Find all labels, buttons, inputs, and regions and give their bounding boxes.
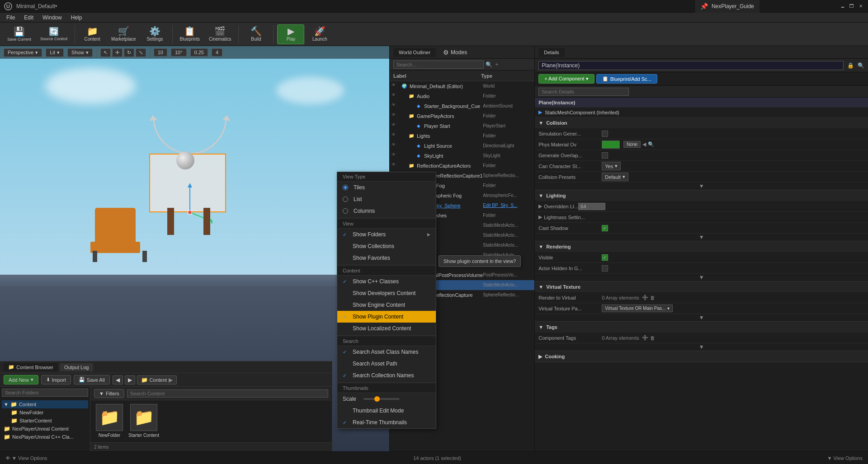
scale-slider-track[interactable] [363, 398, 400, 400]
ctx-thumbnail-edit-mode[interactable]: Thumbnail Edit Mode [337, 405, 436, 417]
speed-btn[interactable]: 4 [212, 48, 222, 56]
grid-snap-btn[interactable]: 10 [154, 48, 167, 56]
ctx-show-plugin[interactable]: ✓ Show Plugin Content [337, 311, 436, 323]
perspective-dropdown[interactable]: Perspective ▾ [4, 48, 42, 57]
ctx-show-folders[interactable]: ✓ Show Folders ▶ [337, 229, 436, 240]
sim-gen-checkbox[interactable] [602, 131, 608, 137]
ctx-realtime-thumbs[interactable]: ✓ Real-Time Thumbnails [337, 417, 436, 428]
scale-snap-btn[interactable]: 0.25 [190, 48, 208, 56]
marketplace-button[interactable]: 🛒 Marketplace [108, 24, 139, 44]
modes-tab[interactable]: ⚙ Modes [439, 46, 471, 59]
static-mesh-component-item[interactable]: ▶ StaticMeshComponent (Inherited) [535, 108, 868, 117]
collision-expand-arrow[interactable]: ▼ [535, 183, 868, 190]
tags-delete-icon[interactable]: 🗑 [650, 335, 655, 341]
ctx-search-class-names[interactable]: ✓ Search Asset Class Names [337, 346, 436, 358]
eye-icon[interactable]: 👁 [392, 152, 399, 159]
folder-content[interactable]: ▼ 📁 Content [2, 400, 88, 408]
cooking-section-header[interactable]: ▶ Cooking [535, 351, 868, 362]
rendering-expand-arrow[interactable]: ▼ [535, 274, 868, 281]
search-folders-input[interactable] [2, 389, 88, 397]
source-control-button[interactable]: 🔄 Source Control [37, 24, 71, 44]
outliner-row[interactable]: 👁◆SkyLightSkyLight [390, 151, 534, 161]
search-content-input[interactable] [127, 389, 328, 398]
phys-mat-arrow-left[interactable]: ◀ [642, 141, 646, 147]
scale-tool[interactable]: ⤡ [136, 48, 146, 57]
details-tab[interactable]: Details [538, 48, 565, 57]
lit-dropdown[interactable]: Lit ▾ [46, 48, 64, 57]
rotate-tool[interactable]: ↻ [124, 48, 134, 57]
ctx-columns[interactable]: Columns [337, 205, 436, 217]
vt-delete-icon[interactable]: 🗑 [650, 295, 655, 300]
ctx-show-favorites[interactable]: Show Favorites [337, 252, 436, 264]
ctx-show-cpp[interactable]: ✓ Show C++ Classes [337, 276, 436, 287]
rendering-section-header[interactable]: ▼ Rendering [535, 241, 868, 252]
content-view-options-right[interactable]: ▼ View Options [827, 455, 863, 461]
add-component-button[interactable]: + Add Component ▾ [538, 74, 594, 84]
blueprints-button[interactable]: 📋 Blueprints [176, 24, 203, 44]
outliner-row[interactable]: 👁◆Starter_Background_CueAmbientSound [390, 101, 534, 111]
move-tool[interactable]: ✛ [112, 48, 123, 57]
menu-window[interactable]: Window [38, 14, 66, 22]
ctx-show-engine[interactable]: Show Engine Content [337, 299, 436, 311]
eye-icon[interactable]: 👁 [392, 142, 399, 150]
ctx-list[interactable]: List [337, 193, 436, 205]
file-starter-content[interactable]: 📁 Starter Content [128, 404, 159, 438]
angle-snap-btn[interactable]: 10° [171, 48, 187, 56]
content-browser-tab[interactable]: 📁 Content Browser [4, 363, 58, 371]
tags-section-header[interactable]: ▼ Tags [535, 322, 868, 333]
filters-button[interactable]: ▼ Filters [94, 389, 124, 398]
show-dropdown[interactable]: Show ▾ [67, 48, 93, 57]
folder-nexplayer-cpp[interactable]: 📁 NexPlayerUnreal C++ Cla... [2, 433, 88, 441]
import-button[interactable]: ⬇ Import [41, 375, 71, 384]
eye-icon[interactable]: 👁 [392, 112, 399, 120]
blueprint-add-button[interactable]: 📋 Blueprint/Add Sc... [596, 74, 657, 84]
outliner-row[interactable]: 👁📁AudioFolder [390, 91, 534, 101]
lightmass-expand[interactable]: ▶ Lightmass Settin... [538, 214, 585, 220]
phys-mat-search-icon[interactable]: 🔍 [648, 141, 654, 147]
gen-overlap-checkbox[interactable] [602, 152, 608, 159]
settings-button[interactable]: ⚙️ Settings [142, 24, 169, 44]
collision-section-header[interactable]: ▼ Collision [535, 117, 868, 128]
eye-icon[interactable]: 👁 [392, 83, 399, 90]
eye-icon[interactable]: 👁 [392, 122, 399, 130]
lighting-expand-arrow[interactable]: ▼ [535, 234, 868, 241]
details-name-input[interactable] [538, 61, 844, 70]
vt-add-icon[interactable]: ➕ [642, 295, 648, 300]
maximize-button[interactable]: 🗖 [848, 3, 855, 10]
ctx-tiles[interactable]: Tiles [337, 182, 436, 193]
save-all-button[interactable]: 💾 Save All [74, 375, 110, 384]
folder-starter-content[interactable]: 📁 StarterContent [9, 417, 88, 425]
viewport-view-options-left[interactable]: 👁 ▼ View Options [5, 455, 47, 461]
play-button[interactable]: ▶ Play [277, 24, 304, 44]
overridden-lm-expand[interactable]: ▶ Overridden LI... [538, 203, 578, 209]
collision-presets-dropdown[interactable]: Default ▾ [602, 173, 628, 181]
outliner-row[interactable]: 👁📁ReflectionCaptureActorsFolder [390, 161, 534, 171]
menu-file[interactable]: File [2, 14, 19, 22]
virtual-texture-section-header[interactable]: ▼ Virtual Texture [535, 281, 868, 292]
menu-edit[interactable]: Edit [19, 14, 38, 22]
folder-nexplayer-content[interactable]: 📁 NexPlayerUnreal Content [2, 425, 88, 433]
close-button[interactable]: ✕ [857, 3, 864, 10]
menu-help[interactable]: Help [66, 14, 87, 22]
folder-new-folder[interactable]: 📁 NewFolder [9, 408, 88, 417]
overridden-lm-value[interactable] [578, 203, 605, 210]
details-lock-icon[interactable]: 🔒 [847, 62, 854, 69]
output-log-tab[interactable]: Output Log [60, 363, 93, 371]
add-new-button[interactable]: Add New ▾ [4, 375, 38, 384]
file-new-folder[interactable]: 📁 NewFolder [94, 404, 125, 438]
ctx-show-localized[interactable]: Show Localized Content [337, 323, 436, 334]
ctx-search-asset-path[interactable]: Search Asset Path [337, 358, 436, 370]
ctx-show-collections[interactable]: Show Collections [337, 240, 436, 252]
vt-expand-arrow[interactable]: ▼ [535, 314, 868, 321]
outliner-row[interactable]: 👁📁LightsFolder [390, 131, 534, 141]
world-outliner-tab[interactable]: World Outliner [393, 48, 436, 57]
minimize-button[interactable]: 🗕 [839, 3, 846, 10]
eye-icon[interactable]: 👁 [392, 103, 399, 110]
outliner-row[interactable]: 👁◆Light SourceDirectionalLight [390, 141, 534, 151]
details-search-input[interactable] [538, 88, 629, 96]
details-search-icon[interactable]: 🔍 [858, 62, 864, 69]
ctx-search-collection-names[interactable]: ✓ Search Collection Names [337, 370, 436, 381]
outliner-row[interactable]: 👁📁GamePlayActorsFolder [390, 111, 534, 121]
can-char-step-dropdown[interactable]: Yes ▾ [602, 162, 621, 170]
eye-icon[interactable]: 👁 [392, 93, 399, 100]
